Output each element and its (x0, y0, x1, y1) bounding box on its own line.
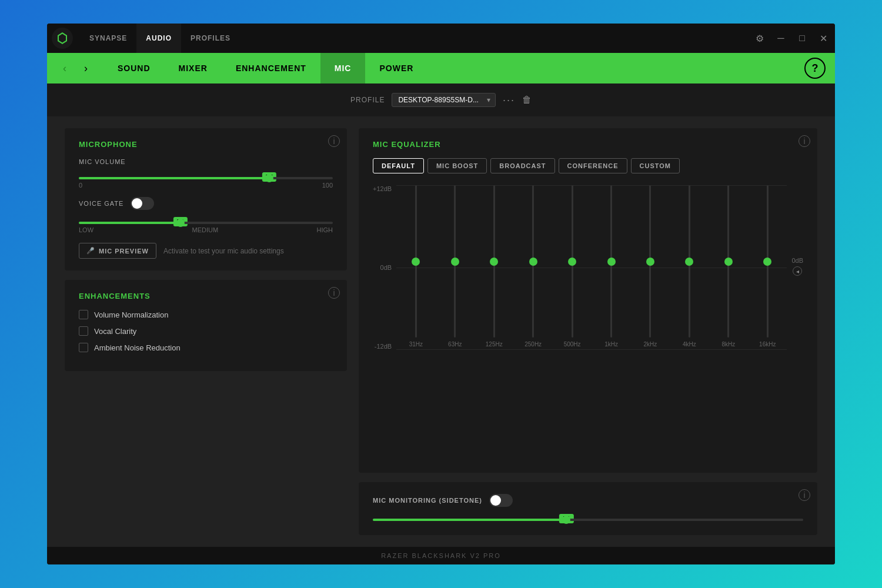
eq-band-63hz-track[interactable] (454, 185, 456, 338)
eq-band-125hz: 125Hz (475, 185, 513, 348)
eq-band-125hz-label: 125Hz (486, 341, 503, 348)
nav-item-power[interactable]: POWER (365, 53, 427, 83)
eq-bands-area: 31Hz 63Hz (396, 185, 787, 362)
eq-db-mid-label: 0dB (380, 264, 392, 271)
eq-band-31hz-thumb[interactable] (412, 258, 420, 266)
nav-audio[interactable]: AUDIO (136, 24, 181, 53)
minimize-icon[interactable]: ─ (774, 31, 788, 45)
voice-gate-track[interactable] (79, 222, 333, 224)
ambient-noise-reduction-checkbox[interactable] (79, 343, 88, 352)
eq-card: i MIC EQUALIZER DEFAULT MIC BOOST BROADC… (359, 128, 817, 473)
eq-band-16khz-thumb[interactable] (763, 258, 771, 266)
nav-profiles[interactable]: PROFILES (181, 24, 240, 53)
eq-band-500hz-track[interactable] (572, 185, 573, 338)
nav-item-sound[interactable]: SOUND (103, 53, 165, 83)
monitoring-toggle-knob (490, 495, 501, 506)
enhancements-card: i ENHANCEMENTS Volume Normalization Voca… (65, 280, 347, 371)
eq-band-250hz-thumb[interactable] (529, 258, 537, 266)
eq-band-1khz-track[interactable] (610, 185, 612, 338)
mic-volume-thumb[interactable] (265, 174, 273, 182)
app-window: SYNAPSE AUDIO PROFILES ⚙ ─ □ ✕ ‹ › SOUND… (47, 24, 835, 564)
ambient-noise-reduction-item[interactable]: Ambient Noise Reduction (79, 343, 333, 352)
vocal-clarity-item[interactable]: Vocal Clarity (79, 326, 333, 336)
eq-db-max-label: +12dB (373, 185, 392, 192)
monitoring-slider-track[interactable] (373, 519, 803, 521)
eq-preset-buttons: DEFAULT MIC BOOST BROADCAST CONFERENCE C… (373, 158, 803, 173)
voice-gate-thumb[interactable] (176, 219, 185, 227)
eq-band-125hz-thumb[interactable] (490, 258, 498, 266)
mic-volume-label: MIC VOLUME (79, 158, 333, 165)
voice-gate-toggle[interactable] (131, 197, 154, 210)
monitoring-info-icon[interactable]: i (799, 489, 810, 501)
enhancements-info-icon[interactable]: i (328, 287, 340, 299)
main-content: i MICROPHONE MIC VOLUME 75 0 10 (47, 116, 835, 547)
nav-item-mic[interactable]: MIC (320, 53, 366, 83)
eq-db-arrow-left[interactable]: ◂ (793, 266, 802, 276)
eq-band-4khz-track[interactable] (689, 185, 690, 338)
mic-preview-row: 🎤 MIC PREVIEW Activate to test your mic … (79, 243, 333, 259)
nav-synapse[interactable]: SYNAPSE (80, 24, 136, 53)
eq-band-8khz-track[interactable] (727, 185, 729, 338)
nav-item-mixer[interactable]: MIXER (165, 53, 222, 83)
eq-band-16khz-track[interactable] (767, 185, 769, 338)
eq-band-31hz: 31Hz (396, 185, 435, 348)
monitoring-slider-thumb[interactable] (562, 516, 570, 524)
mic-preview-button[interactable]: 🎤 MIC PREVIEW (79, 243, 156, 259)
mic-preview-hint: Activate to test your mic audio settings (163, 247, 284, 255)
preset-mic-boost-button[interactable]: MIC BOOST (427, 158, 487, 173)
titlebar-nav: SYNAPSE AUDIO PROFILES (80, 24, 753, 53)
voice-gate-labels: LOW MEDIUM HIGH (79, 226, 333, 233)
eq-band-63hz-thumb[interactable] (451, 258, 459, 266)
more-options-icon[interactable]: ··· (503, 94, 515, 106)
eq-y-labels: +12dB 0dB -12dB (373, 185, 396, 362)
gate-medium-label: MEDIUM (192, 226, 218, 233)
monitoring-slider-fill (373, 519, 566, 521)
preset-broadcast-button[interactable]: BROADCAST (490, 158, 554, 173)
eq-info-icon[interactable]: i (799, 135, 810, 147)
settings-icon[interactable]: ⚙ (753, 31, 767, 45)
eq-band-500hz-label: 500Hz (564, 341, 581, 348)
preset-conference-button[interactable]: CONFERENCE (559, 158, 627, 173)
eq-band-250hz-track[interactable] (532, 185, 534, 338)
preset-default-button[interactable]: DEFAULT (373, 158, 424, 173)
mic-volume-max: 100 (322, 182, 333, 189)
eq-band-31hz-track[interactable] (415, 185, 417, 338)
eq-band-500hz-thumb[interactable] (568, 258, 576, 266)
profile-value: DESKTOP-889S5SM-D... (398, 96, 479, 104)
app-logo (52, 28, 73, 49)
eq-band-250hz-label: 250Hz (524, 341, 542, 348)
eq-band-1khz-thumb[interactable] (607, 258, 616, 266)
monitoring-card: i MIC MONITORING (SIDETONE) 51 (359, 482, 817, 535)
help-button[interactable]: ? (804, 58, 826, 79)
eq-band-1khz-label: 1kHz (604, 341, 618, 348)
mic-volume-track[interactable] (79, 177, 333, 179)
eq-band-125hz-track[interactable] (493, 185, 495, 338)
razer-logo-icon (55, 31, 69, 45)
monitoring-toggle[interactable] (489, 494, 513, 507)
status-text: RAZER BLACKSHARK V2 PRO (381, 552, 501, 559)
nav-items: SOUND MIXER ENHANCEMENT MIC POWER (103, 53, 804, 83)
preset-custom-button[interactable]: CUSTOM (631, 158, 680, 173)
delete-icon[interactable]: 🗑 (522, 95, 532, 105)
profile-dropdown[interactable]: DESKTOP-889S5SM-D... (392, 93, 496, 107)
eq-band-2khz-track[interactable] (649, 185, 651, 338)
close-icon[interactable]: ✕ (816, 31, 830, 45)
mic-volume-labels: 0 100 (79, 182, 333, 189)
nav-item-enhancement[interactable]: ENHANCEMENT (222, 53, 320, 83)
vocal-clarity-checkbox[interactable] (79, 326, 88, 336)
eq-band-8khz-thumb[interactable] (724, 258, 733, 266)
microphone-info-icon[interactable]: i (328, 135, 340, 147)
eq-band-4khz-thumb[interactable] (685, 258, 693, 266)
nav-forward-arrow[interactable]: › (78, 60, 94, 76)
gate-low-label: LOW (79, 226, 93, 233)
ambient-noise-reduction-label: Ambient Noise Reduction (94, 343, 181, 352)
voice-gate-knob (132, 198, 142, 209)
right-panel: i MIC EQUALIZER DEFAULT MIC BOOST BROADC… (359, 128, 817, 535)
maximize-icon[interactable]: □ (795, 31, 809, 45)
nav-back-arrow[interactable]: ‹ (56, 60, 73, 76)
eq-band-2khz-thumb[interactable] (646, 258, 654, 266)
eq-title: MIC EQUALIZER (373, 140, 803, 149)
nav-bar: ‹ › SOUND MIXER ENHANCEMENT MIC POWER ? (47, 53, 835, 83)
volume-normalization-item[interactable]: Volume Normalization (79, 310, 333, 319)
volume-normalization-checkbox[interactable] (79, 310, 88, 319)
